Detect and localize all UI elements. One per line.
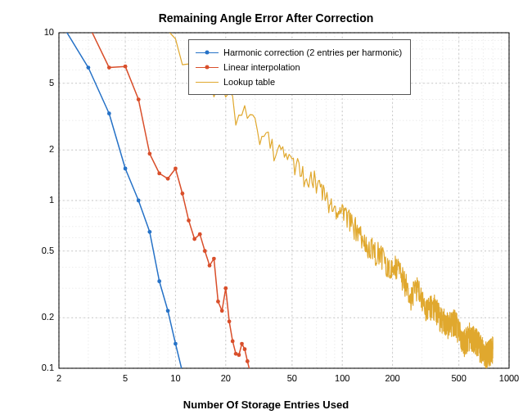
series-marker: [174, 342, 178, 346]
series-marker: [192, 237, 196, 241]
x-tick-label: 2: [56, 373, 61, 383]
series-marker: [166, 309, 170, 313]
series-marker: [212, 257, 216, 261]
x-tick-label: 500: [451, 373, 466, 383]
series-marker: [231, 340, 235, 344]
series-marker: [166, 177, 170, 181]
x-tick-label: 200: [385, 373, 399, 383]
y-tick-label: 0.1: [21, 363, 54, 372]
legend-entry: Linear interpolation: [196, 60, 402, 74]
series-marker: [248, 370, 252, 374]
x-tick-label: 20: [221, 373, 231, 383]
series-marker: [137, 199, 141, 203]
legend: Harmonic correction (2 entries per harmo…: [188, 39, 411, 95]
x-tick-label: 5: [123, 373, 128, 383]
series-marker: [157, 172, 161, 176]
legend-swatch: [196, 47, 219, 57]
legend-label: Harmonic correction (2 entries per harmo…: [223, 47, 402, 57]
series-marker: [243, 347, 247, 351]
series-marker: [147, 230, 151, 234]
legend-label: Linear interpolation: [223, 62, 300, 72]
series-marker: [220, 309, 224, 313]
series-marker: [86, 65, 90, 70]
legend-swatch: [196, 62, 219, 72]
series-marker: [223, 286, 228, 291]
legend-label: Lookup table: [223, 77, 275, 87]
y-tick-label: 1: [21, 195, 54, 205]
series-marker: [174, 167, 178, 171]
series-marker: [107, 65, 111, 70]
y-tick-label: 0.2: [21, 312, 54, 322]
series-marker: [246, 359, 250, 363]
series-marker: [157, 279, 161, 283]
y-tick-label: 10: [21, 27, 54, 37]
series-marker: [107, 111, 111, 115]
legend-entry: Lookup table: [196, 74, 402, 89]
y-tick-label: 5: [21, 78, 54, 88]
series-marker: [228, 319, 232, 323]
series-marker: [203, 249, 207, 253]
series-marker: [147, 151, 151, 155]
y-tick-label: 0.5: [21, 246, 54, 255]
series-marker: [250, 370, 255, 374]
series-marker: [124, 167, 128, 171]
series-marker: [137, 97, 141, 101]
x-tick-label: 1000: [499, 373, 519, 383]
legend-swatch: [196, 77, 219, 87]
chart-container: Remaining Angle Error After Correction M…: [0, 0, 532, 419]
x-tick-label: 100: [335, 373, 349, 383]
series-marker: [187, 219, 191, 223]
series-marker: [216, 300, 220, 304]
x-tick-label: 10: [170, 373, 180, 383]
series-marker: [198, 232, 202, 237]
series-marker: [180, 191, 184, 196]
series-marker: [240, 342, 244, 346]
series-marker: [180, 370, 184, 374]
series-marker: [208, 264, 212, 268]
y-tick-label: 2: [21, 144, 54, 154]
series-marker: [237, 353, 241, 357]
series-marker: [124, 65, 128, 69]
x-tick-label: 50: [287, 373, 297, 383]
legend-entry: Harmonic correction (2 entries per harmo…: [196, 45, 402, 60]
